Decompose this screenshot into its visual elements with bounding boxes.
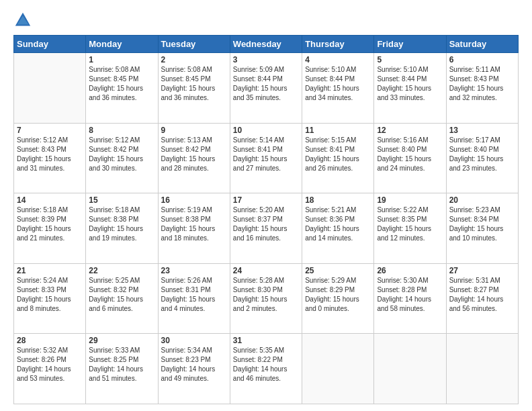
day-number: 10 [233, 126, 299, 135]
day-info: Sunrise: 5:18 AM Sunset: 8:38 PM Dayligh… [89, 205, 154, 243]
day-info: Sunrise: 5:18 AM Sunset: 8:39 PM Dayligh… [17, 205, 83, 243]
table-row: 24Sunrise: 5:28 AM Sunset: 8:30 PM Dayli… [230, 263, 302, 334]
table-row: 31Sunrise: 5:35 AM Sunset: 8:22 PM Dayli… [230, 334, 302, 404]
calendar-week-row: 14Sunrise: 5:18 AM Sunset: 8:39 PM Dayli… [14, 193, 519, 264]
day-number: 13 [449, 126, 515, 135]
logo [13, 11, 36, 30]
table-row: 4Sunrise: 5:10 AM Sunset: 8:44 PM Daylig… [302, 53, 374, 124]
day-info: Sunrise: 5:09 AM Sunset: 8:44 PM Dayligh… [233, 65, 299, 103]
day-number: 23 [161, 266, 227, 275]
table-row: 17Sunrise: 5:20 AM Sunset: 8:37 PM Dayli… [230, 193, 302, 264]
table-row [302, 334, 374, 404]
day-number: 12 [377, 126, 443, 135]
table-row: 30Sunrise: 5:34 AM Sunset: 8:23 PM Dayli… [158, 334, 230, 404]
day-info: Sunrise: 5:13 AM Sunset: 8:42 PM Dayligh… [161, 136, 227, 173]
col-friday: Friday [374, 36, 446, 53]
col-monday: Monday [86, 36, 158, 53]
day-info: Sunrise: 5:08 AM Sunset: 8:45 PM Dayligh… [161, 65, 227, 103]
table-row: 25Sunrise: 5:29 AM Sunset: 8:29 PM Dayli… [302, 263, 374, 334]
calendar-week-row: 28Sunrise: 5:32 AM Sunset: 8:26 PM Dayli… [14, 334, 519, 404]
day-info: Sunrise: 5:28 AM Sunset: 8:30 PM Dayligh… [233, 276, 299, 314]
day-info: Sunrise: 5:21 AM Sunset: 8:36 PM Dayligh… [305, 205, 371, 243]
table-row: 28Sunrise: 5:32 AM Sunset: 8:26 PM Dayli… [14, 334, 86, 404]
day-info: Sunrise: 5:12 AM Sunset: 8:42 PM Dayligh… [89, 136, 154, 173]
day-number: 19 [377, 195, 443, 205]
day-number: 5 [377, 55, 443, 64]
day-info: Sunrise: 5:33 AM Sunset: 8:25 PM Dayligh… [89, 346, 154, 383]
day-number: 29 [89, 336, 154, 345]
day-number: 8 [89, 126, 154, 135]
col-thursday: Thursday [302, 36, 374, 53]
day-info: Sunrise: 5:08 AM Sunset: 8:45 PM Dayligh… [89, 65, 154, 103]
day-info: Sunrise: 5:32 AM Sunset: 8:26 PM Dayligh… [17, 346, 83, 383]
day-info: Sunrise: 5:19 AM Sunset: 8:38 PM Dayligh… [161, 205, 227, 243]
table-row: 29Sunrise: 5:33 AM Sunset: 8:25 PM Dayli… [86, 334, 158, 404]
day-number: 6 [449, 55, 515, 64]
table-row: 1Sunrise: 5:08 AM Sunset: 8:45 PM Daylig… [86, 53, 158, 124]
day-number: 1 [89, 55, 154, 64]
day-number: 15 [89, 195, 154, 205]
table-row [374, 334, 446, 404]
day-number: 7 [17, 126, 83, 135]
day-number: 9 [161, 126, 227, 135]
day-number: 17 [233, 195, 299, 205]
day-info: Sunrise: 5:16 AM Sunset: 8:40 PM Dayligh… [377, 136, 443, 173]
day-number: 3 [233, 55, 299, 64]
table-row: 18Sunrise: 5:21 AM Sunset: 8:36 PM Dayli… [302, 193, 374, 264]
table-row: 20Sunrise: 5:23 AM Sunset: 8:34 PM Dayli… [446, 193, 518, 264]
logo-icon [13, 11, 32, 30]
calendar-week-row: 1Sunrise: 5:08 AM Sunset: 8:45 PM Daylig… [14, 53, 519, 124]
col-saturday: Saturday [446, 36, 518, 53]
col-tuesday: Tuesday [158, 36, 230, 53]
day-number: 14 [17, 195, 83, 205]
day-number: 30 [161, 336, 227, 345]
table-row: 13Sunrise: 5:17 AM Sunset: 8:40 PM Dayli… [446, 123, 518, 193]
day-number: 2 [161, 55, 227, 64]
day-number: 21 [17, 266, 83, 275]
table-row: 21Sunrise: 5:24 AM Sunset: 8:33 PM Dayli… [14, 263, 86, 334]
day-info: Sunrise: 5:24 AM Sunset: 8:33 PM Dayligh… [17, 276, 83, 314]
table-row: 7Sunrise: 5:12 AM Sunset: 8:43 PM Daylig… [14, 123, 86, 193]
table-row: 11Sunrise: 5:15 AM Sunset: 8:41 PM Dayli… [302, 123, 374, 193]
table-row: 22Sunrise: 5:25 AM Sunset: 8:32 PM Dayli… [86, 263, 158, 334]
day-info: Sunrise: 5:26 AM Sunset: 8:31 PM Dayligh… [161, 276, 227, 314]
table-row: 6Sunrise: 5:11 AM Sunset: 8:43 PM Daylig… [446, 53, 518, 124]
table-row: 16Sunrise: 5:19 AM Sunset: 8:38 PM Dayli… [158, 193, 230, 264]
calendar-week-row: 21Sunrise: 5:24 AM Sunset: 8:33 PM Dayli… [14, 263, 519, 334]
day-number: 16 [161, 195, 227, 205]
table-row: 5Sunrise: 5:10 AM Sunset: 8:44 PM Daylig… [374, 53, 446, 124]
day-info: Sunrise: 5:30 AM Sunset: 8:28 PM Dayligh… [377, 276, 443, 314]
table-row: 2Sunrise: 5:08 AM Sunset: 8:45 PM Daylig… [158, 53, 230, 124]
day-info: Sunrise: 5:31 AM Sunset: 8:27 PM Dayligh… [449, 276, 515, 314]
day-number: 31 [233, 336, 299, 345]
day-number: 25 [305, 266, 371, 275]
day-number: 22 [89, 266, 154, 275]
day-info: Sunrise: 5:11 AM Sunset: 8:43 PM Dayligh… [449, 65, 515, 103]
day-info: Sunrise: 5:14 AM Sunset: 8:41 PM Dayligh… [233, 136, 299, 173]
day-info: Sunrise: 5:17 AM Sunset: 8:40 PM Dayligh… [449, 136, 515, 173]
day-number: 11 [305, 126, 371, 135]
page: Sunday Monday Tuesday Wednesday Thursday… [0, 0, 532, 411]
table-row: 3Sunrise: 5:09 AM Sunset: 8:44 PM Daylig… [230, 53, 302, 124]
calendar-week-row: 7Sunrise: 5:12 AM Sunset: 8:43 PM Daylig… [14, 123, 519, 193]
day-info: Sunrise: 5:15 AM Sunset: 8:41 PM Dayligh… [305, 136, 371, 173]
table-row: 26Sunrise: 5:30 AM Sunset: 8:28 PM Dayli… [374, 263, 446, 334]
day-number: 20 [449, 195, 515, 205]
day-info: Sunrise: 5:12 AM Sunset: 8:43 PM Dayligh… [17, 136, 83, 173]
day-number: 26 [377, 266, 443, 275]
table-row: 19Sunrise: 5:22 AM Sunset: 8:35 PM Dayli… [374, 193, 446, 264]
day-info: Sunrise: 5:10 AM Sunset: 8:44 PM Dayligh… [305, 65, 371, 103]
day-number: 18 [305, 195, 371, 205]
day-info: Sunrise: 5:10 AM Sunset: 8:44 PM Dayligh… [377, 65, 443, 103]
day-number: 4 [305, 55, 371, 64]
day-info: Sunrise: 5:25 AM Sunset: 8:32 PM Dayligh… [89, 276, 154, 314]
calendar-header-row: Sunday Monday Tuesday Wednesday Thursday… [14, 36, 519, 53]
day-info: Sunrise: 5:20 AM Sunset: 8:37 PM Dayligh… [233, 205, 299, 243]
table-row: 27Sunrise: 5:31 AM Sunset: 8:27 PM Dayli… [446, 263, 518, 334]
table-row: 12Sunrise: 5:16 AM Sunset: 8:40 PM Dayli… [374, 123, 446, 193]
day-info: Sunrise: 5:35 AM Sunset: 8:22 PM Dayligh… [233, 346, 299, 383]
table-row: 10Sunrise: 5:14 AM Sunset: 8:41 PM Dayli… [230, 123, 302, 193]
table-row [446, 334, 518, 404]
table-row [14, 53, 86, 124]
col-sunday: Sunday [14, 36, 86, 53]
